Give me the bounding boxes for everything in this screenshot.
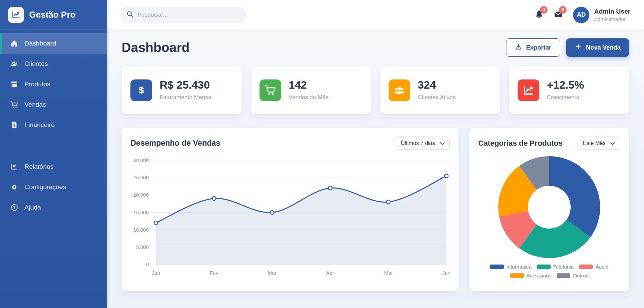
new-sale-button[interactable]: Nova Venda bbox=[566, 38, 629, 57]
dollar-icon: $ bbox=[130, 79, 152, 101]
sidebar-item-dashboard[interactable]: Dashboard bbox=[0, 33, 107, 54]
sidebar-item-financeiro[interactable]: $Financeiro bbox=[0, 115, 107, 135]
topbar: 3 5 AD Admin User Administrador bbox=[107, 0, 644, 30]
sidebar-item-label: Configurações bbox=[24, 183, 66, 191]
page-content: Dashboard Exportar Nova Venda $R$ 25.430… bbox=[107, 30, 644, 308]
page-actions: Exportar Nova Venda bbox=[506, 38, 629, 57]
category-period-select-wrap: Este Mês bbox=[577, 137, 620, 150]
stat-card-faturamento: $R$ 25.430Faturamento Mensal bbox=[122, 66, 242, 114]
sidebar-item-vendas[interactable]: Vendas bbox=[0, 94, 107, 115]
cart-icon bbox=[10, 101, 18, 109]
plus-icon bbox=[575, 43, 582, 52]
topbar-right: 3 5 AD Admin User Administrador bbox=[534, 7, 630, 23]
stat-texts: +12.5%Crescimento bbox=[547, 79, 584, 101]
legend-swatch bbox=[537, 265, 551, 269]
legend-swatch bbox=[510, 273, 524, 278]
sales-period-select-wrap: Últimos 7 dias bbox=[395, 137, 450, 150]
legend-swatch bbox=[579, 265, 593, 269]
sidebar-item-produtos[interactable]: Produtos bbox=[0, 74, 107, 94]
sidebar-item-label: Relatórios bbox=[24, 163, 54, 170]
cart-icon bbox=[260, 79, 281, 101]
stat-label: Clientes Ativos bbox=[418, 94, 456, 101]
home-icon bbox=[10, 39, 18, 48]
x-axis-label: Jun bbox=[442, 270, 450, 276]
x-axis-label: Abr bbox=[326, 270, 334, 276]
notifications-badge: 3 bbox=[540, 6, 548, 14]
legend-label: Acessórios bbox=[526, 273, 551, 278]
export-button[interactable]: Exportar bbox=[506, 38, 560, 57]
main-column: 3 5 AD Admin User Administrador Dashboar… bbox=[107, 0, 644, 308]
category-chart-header: Categorias de Produtos Este Mês bbox=[478, 137, 620, 150]
donut-chart-wrap bbox=[478, 155, 620, 259]
stat-card-vendas: 142Vendas do Mês bbox=[251, 66, 371, 114]
legend-label: Informática bbox=[506, 264, 532, 270]
messages-badge: 5 bbox=[559, 6, 567, 14]
sales-line-chart: 05.00010.00015.00020.00025.00030.000JanF… bbox=[130, 155, 450, 283]
sales-period-select[interactable]: Últimos 7 dias bbox=[395, 137, 450, 150]
sidebar-nav-main: DashboardClientesProdutosVendas$Financei… bbox=[0, 30, 107, 135]
chart-line-icon bbox=[518, 79, 539, 101]
user-role: Administrador bbox=[594, 16, 630, 22]
y-axis-label: 5.000 bbox=[136, 244, 149, 250]
stat-texts: R$ 25.430Faturamento Mensal bbox=[160, 79, 213, 101]
app-title: Gestão Pro bbox=[29, 10, 75, 20]
y-axis-label: 15.000 bbox=[133, 210, 149, 215]
sidebar-item-label: Produtos bbox=[24, 80, 50, 88]
notifications-button[interactable]: 3 bbox=[534, 10, 544, 20]
sidebar-divider bbox=[8, 144, 99, 144]
donut-legend: InformáticaTelefoniaÁudioAcessóriosOutro… bbox=[478, 264, 620, 278]
sidebar-item-configuracoes[interactable]: Configurações bbox=[0, 177, 107, 197]
y-axis-label: 20.000 bbox=[133, 192, 149, 198]
svg-text:$: $ bbox=[13, 124, 15, 127]
users-icon bbox=[389, 79, 410, 101]
app-root: Gestão Pro DashboardClientesProdutosVend… bbox=[0, 0, 644, 308]
data-point bbox=[212, 197, 216, 200]
data-point bbox=[445, 174, 448, 178]
avatar: AD bbox=[573, 7, 589, 23]
page-header: Dashboard Exportar Nova Venda bbox=[122, 38, 629, 57]
stat-label: Vendas do Mês bbox=[289, 94, 328, 101]
data-point bbox=[270, 211, 274, 214]
users-icon bbox=[10, 60, 18, 68]
y-axis-label: 30.000 bbox=[133, 157, 149, 163]
sidebar-item-label: Ajuda bbox=[24, 204, 41, 211]
sidebar-item-ajuda[interactable]: ?Ajuda bbox=[0, 197, 107, 218]
sales-chart-title: Desempenho de Vendas bbox=[130, 139, 220, 148]
help-icon: ? bbox=[10, 203, 18, 212]
sidebar-item-clientes[interactable]: Clientes bbox=[0, 54, 107, 74]
page-title: Dashboard bbox=[122, 40, 190, 55]
chart-line-icon bbox=[8, 7, 24, 23]
sales-chart-card: Desempenho de Vendas Últimos 7 dias 05.0… bbox=[122, 128, 459, 291]
stat-card-crescimento: +12.5%Crescimento bbox=[509, 66, 629, 114]
search-input[interactable] bbox=[138, 12, 240, 18]
stats-row: $R$ 25.430Faturamento Mensal142Vendas do… bbox=[122, 66, 629, 114]
new-sale-button-label: Nova Venda bbox=[586, 44, 621, 51]
svg-text:$: $ bbox=[139, 85, 144, 95]
donut-hole bbox=[528, 186, 571, 229]
sidebar-item-label: Dashboard bbox=[24, 40, 56, 47]
charts-row: Desempenho de Vendas Últimos 7 dias 05.0… bbox=[122, 128, 629, 291]
export-button-label: Exportar bbox=[526, 44, 551, 51]
y-axis-label: 25.000 bbox=[133, 175, 149, 180]
stat-texts: 324Clientes Ativos bbox=[418, 79, 456, 101]
svg-text:?: ? bbox=[13, 205, 15, 210]
category-period-select[interactable]: Este Mês bbox=[577, 137, 620, 150]
user-menu[interactable]: AD Admin User Administrador bbox=[573, 7, 630, 23]
legend-item-Acessórios: Acessórios bbox=[510, 273, 551, 278]
user-info: Admin User Administrador bbox=[594, 8, 630, 22]
user-name: Admin User bbox=[594, 8, 630, 15]
sidebar-item-relatorios[interactable]: Relatórios bbox=[0, 157, 107, 177]
sales-chart-header: Desempenho de Vendas Últimos 7 dias bbox=[130, 137, 450, 150]
search-bar bbox=[120, 7, 247, 23]
data-point bbox=[328, 186, 332, 190]
sidebar-nav-secondary: RelatóriosConfigurações?Ajuda bbox=[0, 153, 107, 218]
x-axis-label: Jan bbox=[152, 270, 160, 276]
invoice-icon: $ bbox=[10, 121, 18, 129]
legend-label: Telefonia bbox=[553, 264, 574, 270]
y-axis-label: 0 bbox=[146, 261, 149, 267]
data-point bbox=[387, 200, 390, 204]
stat-value: 142 bbox=[289, 79, 328, 91]
messages-button[interactable]: 5 bbox=[553, 10, 564, 20]
sidebar-item-label: Vendas bbox=[24, 101, 46, 108]
sidebar-item-label: Financeiro bbox=[24, 121, 55, 129]
